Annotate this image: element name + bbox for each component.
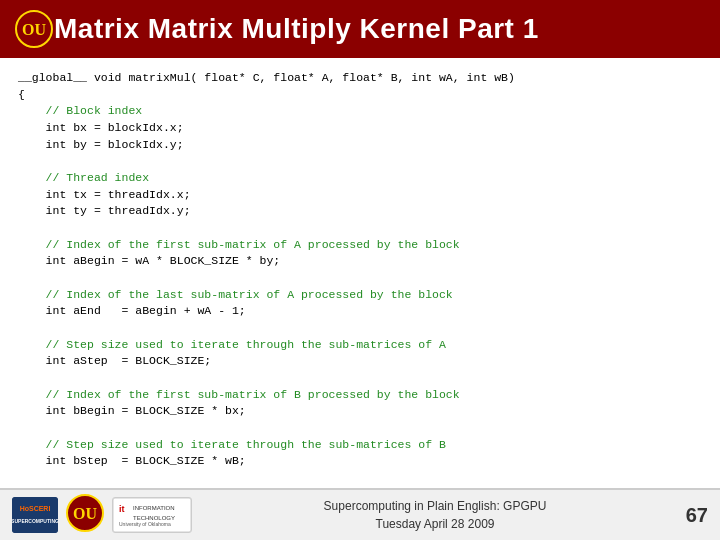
code-line-aend: int aEnd = aBegin + wA - 1;: [18, 304, 246, 317]
ou-header-logo: OU: [14, 9, 54, 49]
svg-text:University of Oklahoma: University of Oklahoma: [119, 521, 171, 527]
svg-text:HoSCERI: HoSCERI: [20, 505, 51, 512]
code-block: __global__ void matrixMul( float* C, flo…: [18, 70, 702, 537]
page-number: 67: [678, 504, 708, 527]
svg-text:OU: OU: [22, 21, 46, 38]
slide: OU Matrix Matrix Multiply Kernel Part 1 …: [0, 0, 720, 540]
svg-rect-2: [12, 497, 58, 533]
svg-text:OU: OU: [73, 505, 97, 522]
code-line-bbegin: int bBegin = BLOCK_SIZE * bx;: [18, 404, 246, 417]
code-line-ty: int ty = threadIdx.y;: [18, 204, 191, 217]
hosceri-logo: HoSCERI SUPERCOMPUTING: [12, 497, 58, 533]
code-line-1: __global__ void matrixMul( float* C, flo…: [18, 71, 515, 84]
footer: HoSCERI SUPERCOMPUTING OU it INFORMATION…: [0, 488, 720, 540]
code-line-bx: int bx = blockIdx.x;: [18, 121, 184, 134]
code-line-by: int by = blockIdx.y;: [18, 138, 184, 151]
footer-center: Supercomputing in Plain English: GPGPU T…: [192, 497, 678, 533]
code-comment-bstep: // Step size used to iterate through the…: [18, 438, 446, 451]
footer-line1: Supercomputing in Plain English: GPGPU: [192, 497, 678, 515]
code-line-2: {: [18, 88, 25, 101]
it-footer-logo: it INFORMATION TECHNOLOGY University of …: [112, 497, 192, 533]
code-comment-aend: // Index of the last sub-matrix of A pro…: [18, 288, 453, 301]
code-line-astep: int aStep = BLOCK_SIZE;: [18, 354, 211, 367]
slide-title: Matrix Matrix Multiply Kernel Part 1: [54, 13, 539, 45]
header: OU Matrix Matrix Multiply Kernel Part 1: [0, 0, 720, 58]
svg-text:SUPERCOMPUTING: SUPERCOMPUTING: [12, 518, 58, 524]
code-line-bstep: int bStep = BLOCK_SIZE * wB;: [18, 454, 246, 467]
code-line-abegin: int aBegin = wA * BLOCK_SIZE * by;: [18, 254, 280, 267]
ou-footer-logo: OU: [66, 494, 104, 536]
footer-line2: Tuesday April 28 2009: [192, 515, 678, 533]
code-comment-block: // Block index: [18, 104, 142, 117]
svg-text:it: it: [119, 504, 125, 514]
svg-text:INFORMATION: INFORMATION: [133, 505, 175, 511]
code-content: __global__ void matrixMul( float* C, flo…: [0, 58, 720, 540]
code-comment-abegin: // Index of the first sub-matrix of A pr…: [18, 238, 460, 251]
code-line-tx: int tx = threadIdx.x;: [18, 188, 191, 201]
footer-logos: HoSCERI SUPERCOMPUTING OU it INFORMATION…: [12, 494, 192, 536]
code-comment-thread: // Thread index: [18, 171, 149, 184]
code-comment-astep: // Step size used to iterate through the…: [18, 338, 446, 351]
code-comment-bbegin: // Index of the first sub-matrix of B pr…: [18, 388, 460, 401]
